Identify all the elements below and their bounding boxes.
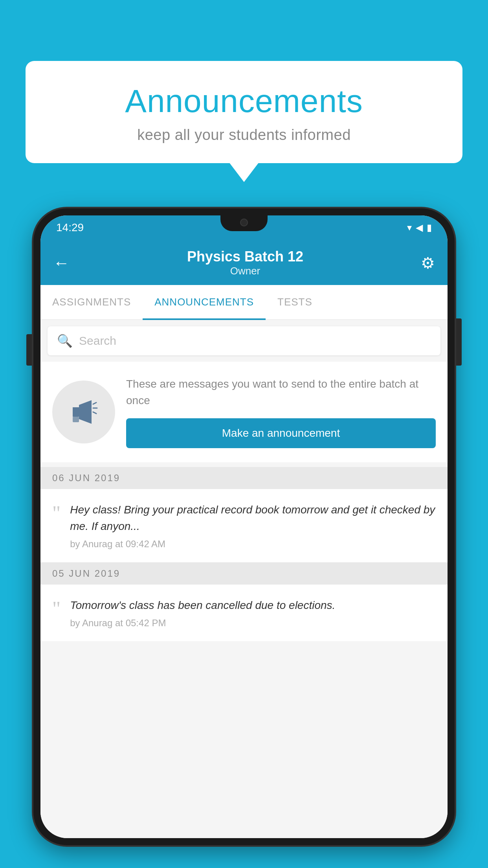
tabs-bar: ASSIGNMENTS ANNOUNCEMENTS TESTS	[40, 285, 448, 320]
megaphone-circle	[52, 381, 115, 443]
phone-container: 14:29 ▾ ◀ ▮ ← Physics Batch 12 Owner ⚙	[33, 208, 455, 868]
make-announcement-button[interactable]: Make an announcement	[126, 418, 436, 448]
tab-announcements[interactable]: ANNOUNCEMENTS	[143, 285, 266, 319]
svg-marker-1	[79, 400, 92, 424]
batch-title: Physics Batch 12	[187, 248, 303, 265]
message-item-2[interactable]: " Tomorrow's class has been cancelled du…	[40, 585, 448, 641]
promo-description: These are messages you want to send to t…	[126, 376, 436, 409]
date-separator-2: 05 JUN 2019	[40, 563, 448, 585]
tab-tests[interactable]: TESTS	[266, 285, 324, 319]
svg-line-5	[93, 412, 96, 414]
app-header: ← Physics Batch 12 Owner ⚙	[40, 240, 448, 285]
message-content-1: Hey class! Bring your practical record b…	[70, 502, 436, 550]
svg-marker-0	[73, 407, 79, 417]
header-title-group: Physics Batch 12 Owner	[187, 248, 303, 277]
back-button[interactable]: ←	[53, 254, 70, 272]
message-text-2: Tomorrow's class has been cancelled due …	[70, 597, 436, 614]
search-bar[interactable]: 🔍 Search	[48, 326, 440, 355]
status-time: 14:29	[56, 221, 84, 234]
quote-icon-2: "	[52, 599, 61, 619]
svg-line-3	[93, 403, 96, 404]
speech-bubble-card: Announcements keep all your students inf…	[26, 61, 462, 163]
message-text-1: Hey class! Bring your practical record b…	[70, 502, 436, 535]
wifi-icon: ▾	[407, 222, 412, 233]
phone-outer: 14:29 ▾ ◀ ▮ ← Physics Batch 12 Owner ⚙	[33, 208, 455, 845]
message-meta-2: by Anurag at 05:42 PM	[70, 618, 436, 629]
batch-role: Owner	[187, 265, 303, 277]
quote-icon-1: "	[52, 503, 61, 524]
phone-screen: 14:29 ▾ ◀ ▮ ← Physics Batch 12 Owner ⚙	[40, 215, 448, 838]
signal-icon: ◀	[416, 222, 423, 233]
svg-rect-2	[73, 417, 79, 422]
message-meta-1: by Anurag at 09:42 AM	[70, 539, 436, 550]
message-content-2: Tomorrow's class has been cancelled due …	[70, 597, 436, 629]
phone-notch	[220, 215, 268, 231]
megaphone-icon	[68, 396, 99, 428]
speech-bubble-section: Announcements keep all your students inf…	[26, 61, 462, 163]
date-separator-1: 06 JUN 2019	[40, 467, 448, 489]
battery-icon: ▮	[427, 222, 432, 233]
search-placeholder: Search	[79, 334, 116, 348]
search-icon: 🔍	[57, 333, 73, 348]
status-icons: ▾ ◀ ▮	[407, 222, 432, 233]
announcements-title: Announcements	[49, 83, 439, 120]
promo-text-group: These are messages you want to send to t…	[126, 376, 436, 448]
tab-assignments[interactable]: ASSIGNMENTS	[40, 285, 143, 319]
announcements-subtitle: keep all your students informed	[49, 127, 439, 143]
content-area: 🔍 Search	[40, 320, 448, 838]
front-camera	[240, 219, 248, 226]
message-item-1[interactable]: " Hey class! Bring your practical record…	[40, 489, 448, 563]
settings-icon[interactable]: ⚙	[421, 254, 435, 272]
promo-card: These are messages you want to send to t…	[40, 362, 448, 462]
